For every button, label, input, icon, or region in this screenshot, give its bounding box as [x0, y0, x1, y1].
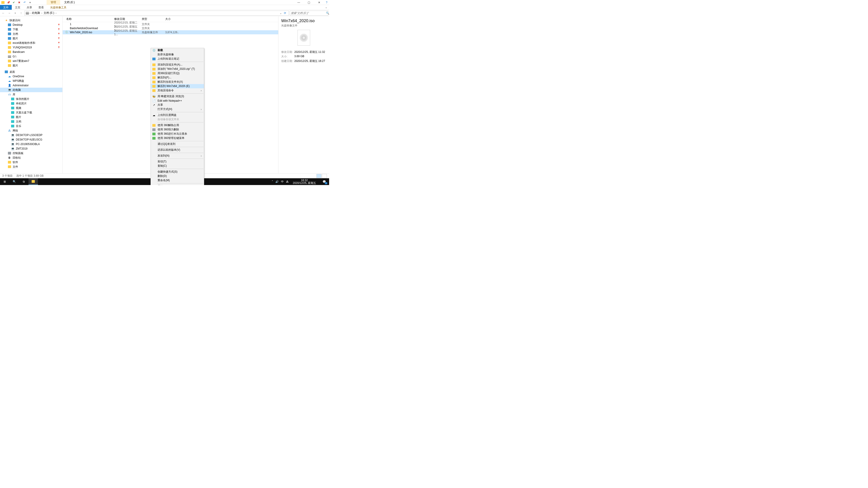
crumb-drive[interactable]: 文档 (E:) [43, 11, 55, 15]
tree-desktop[interactable]: 桌面 [0, 70, 62, 74]
ribbon-tab-disc-tools[interactable]: 光盘映像工具 [47, 5, 70, 10]
tree-item[interactable]: 文件 [0, 164, 62, 169]
refresh-button[interactable]: ⟳ [282, 11, 288, 15]
ribbon-tab-view[interactable]: 查看 [35, 5, 47, 10]
ctx-360-manage[interactable]: 使用 360管理右键菜单 [151, 136, 204, 140]
chevron-right-icon[interactable]: › [56, 11, 57, 15]
tree-recycle-bin[interactable]: 🗑回收站 [0, 156, 62, 160]
qat-pin-icon[interactable]: 📌 [6, 0, 10, 4]
ribbon-tab-file[interactable]: 文件 [0, 5, 12, 10]
ctx-360-scan[interactable]: 使用 360进行木马云查杀 [151, 132, 204, 136]
ctx-properties[interactable]: 属性(R) [151, 184, 204, 185]
tree-network[interactable]: 🖧网络 [0, 128, 62, 133]
contextual-tab-manage[interactable]: 管理 [46, 0, 60, 5]
view-details-button[interactable] [316, 174, 321, 178]
up-button[interactable]: ↑ [19, 11, 24, 15]
tree-item[interactable]: 音乐 [0, 124, 62, 128]
search-box[interactable]: 🔍 [290, 11, 328, 15]
taskbar-explorer[interactable] [29, 178, 38, 185]
ctx-delete[interactable]: 删除(D) [151, 174, 204, 178]
column-headers[interactable]: 名称 修改日期 类型 大小 [63, 16, 278, 22]
ctx-qq-send[interactable]: 通过QQ发送到 [151, 142, 204, 146]
tree-item[interactable]: YUNQISHI2019📍 [0, 45, 62, 50]
col-date[interactable]: 修改日期 [114, 17, 142, 21]
maximize-button[interactable]: ▢ [304, 0, 314, 5]
ctx-open-with[interactable]: 打开方式(H)› [151, 107, 204, 111]
ctx-360-unlock[interactable]: 使用 360解除占用 [151, 123, 204, 127]
task-view-button[interactable]: ⧉ [19, 178, 29, 185]
search-button[interactable]: 🔍 [9, 178, 19, 185]
search-icon[interactable]: 🔍 [326, 11, 329, 15]
tree-item[interactable]: 👤Administrator [0, 83, 62, 88]
crumb-this-pc[interactable]: 此电脑 [31, 11, 41, 15]
ctx-copy[interactable]: 复制(C) [151, 164, 204, 168]
tray-chevron-up-icon[interactable]: ˄ [272, 180, 273, 183]
file-row[interactable]: BaiduNetdiskDownload 2020/12/25, 星期五 1..… [63, 26, 278, 30]
ribbon-expand-icon[interactable]: ⌄ [323, 5, 329, 10]
tree-item[interactable]: 软件 [0, 160, 62, 164]
ctx-notepadpp[interactable]: 📄Edit with Notepad++ [151, 98, 204, 103]
ctx-extract-named[interactable]: 解压到 Win7x64_2020\ (E) [151, 84, 204, 88]
tree-control-panel[interactable]: 控制面板 [0, 151, 62, 156]
address-dropdown-icon[interactable]: ⌄ [280, 11, 282, 15]
close-button[interactable]: ✕ [314, 0, 324, 5]
chevron-right-icon[interactable]: › [41, 11, 42, 15]
col-type[interactable]: 类型 [142, 17, 165, 21]
tree-item[interactable]: 文档 [0, 119, 62, 124]
ctx-baidu-upload[interactable]: ☁上传到百度网盘 [151, 113, 204, 117]
tree-item[interactable]: 💻PC-20190530OBLA [0, 142, 62, 147]
nav-tree[interactable]: ★快速访问 Desktop📍 下载📍 文档📍 图片📍 excel表格制作求和📍 … [0, 16, 63, 173]
tree-quick-access[interactable]: ★快速访问 [0, 18, 62, 23]
ribbon-tab-home[interactable]: 主页 [12, 5, 24, 10]
ctx-mount[interactable]: 💿装载 [151, 48, 204, 53]
ctx-send-to[interactable]: 发送到(N)› [151, 154, 204, 158]
tree-item[interactable]: 💻DESKTOP-NJEU3CG [0, 137, 62, 142]
tree-item[interactable]: 图片📍 [0, 36, 62, 41]
tree-libraries[interactable]: 🗃库 [0, 92, 62, 97]
tray-ime[interactable]: 中 [281, 180, 284, 184]
start-button[interactable]: ⊞ [0, 178, 9, 185]
tree-item[interactable]: ☁OneDrive [0, 74, 62, 78]
tray-clock[interactable]: 16:32 2020/12/25, 星期五 [291, 178, 318, 185]
tree-item[interactable]: 本机照片 [0, 101, 62, 106]
tree-item[interactable]: Desktop📍 [0, 23, 62, 27]
ribbon-tab-share[interactable]: 共享 [24, 5, 35, 10]
search-input[interactable] [291, 11, 325, 15]
tray-network-icon[interactable]: 🖧 [286, 180, 289, 183]
ctx-extract-to[interactable]: 解压到(F)... [151, 75, 204, 80]
tray-volume-icon[interactable]: 🔊 [275, 180, 279, 183]
tree-item[interactable]: 天翼云盘下载 [0, 110, 62, 115]
minimize-button[interactable]: — [293, 0, 304, 5]
breadcrumb[interactable]: › 此电脑 › 文档 (E:) › ⌄ ⟳ [24, 11, 289, 15]
tree-item[interactable]: 保存的图片 [0, 97, 62, 101]
chevron-right-icon[interactable]: › [30, 11, 31, 15]
ctx-share[interactable]: ↗共享 [151, 103, 204, 107]
ctx-add-archive[interactable]: 添加到压缩文件(A)... [151, 63, 204, 67]
tree-item[interactable]: 💻ZMT2019 [0, 147, 62, 151]
ctx-rename[interactable]: 重命名(M) [151, 178, 204, 183]
qat-undo-icon[interactable]: ↶ [23, 0, 27, 4]
tree-this-pc[interactable]: 💻此电脑 [0, 88, 62, 92]
tree-item[interactable]: 图片 [0, 63, 62, 68]
ctx-cut[interactable]: 剪切(T) [151, 160, 204, 164]
tree-item[interactable]: excel表格制作求和📍 [0, 41, 62, 45]
qat-close-icon[interactable]: ✖ [17, 0, 21, 4]
tree-item[interactable]: ☁WPS网盘 [0, 78, 62, 83]
tree-item[interactable]: 💻DESKTOP-LSSOEDP [0, 133, 62, 137]
tree-item[interactable]: 视频 [0, 106, 62, 110]
ctx-open-360zip[interactable]: 用360压缩打开(Q) [151, 71, 204, 75]
ctx-other-archive[interactable]: 其他压缩命令› [151, 88, 204, 93]
forward-button[interactable]: → [7, 11, 12, 15]
ctx-restore-prev[interactable]: 还原以前的版本(V) [151, 148, 204, 152]
tree-item[interactable]: 图片 [0, 115, 62, 119]
ctx-360-force-del[interactable]: 使用 360强力删除 [151, 127, 204, 132]
tree-item[interactable]: 文档📍 [0, 32, 62, 36]
tree-item[interactable]: G:\ [0, 54, 62, 59]
recent-locations-button[interactable]: ▾ [13, 11, 18, 15]
view-large-icons-button[interactable] [322, 174, 327, 178]
col-name[interactable]: 名称 [65, 17, 114, 21]
tree-item[interactable]: Bandicam [0, 50, 62, 54]
ctx-honey-browser[interactable]: 🐝用 蜂蜜浏览器 浏览(3) [151, 94, 204, 98]
help-icon[interactable]: ? [324, 0, 329, 5]
ctx-add-zip[interactable]: 添加到 "Win7x64_2020.zip" (T) [151, 67, 204, 71]
